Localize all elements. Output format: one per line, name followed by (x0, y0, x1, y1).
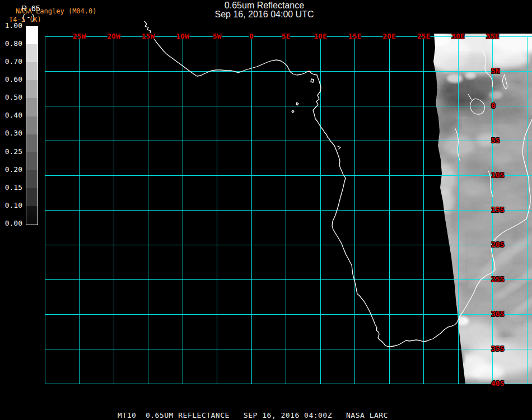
map-canvas (0, 0, 532, 420)
colorbar: 1.00 0.80 0.70 0.60 0.50 0.40 0.30 0.25 … (0, 21, 39, 228)
colorbar-tick-label: 0.25 (0, 147, 22, 156)
secondary-product-label: T4-5 (K) (9, 16, 41, 24)
lon-label: 10E (314, 32, 326, 40)
lon-label: 15E (348, 32, 361, 40)
lat-label: 10S (491, 171, 504, 179)
satellite-quicklook-screen: 0.65um Reflectance Sep 16, 2016 04:00 UT… (0, 0, 532, 420)
colorbar-tick-label: 0.60 (0, 75, 22, 83)
lat-label: 5N (491, 67, 500, 75)
lat-label: 25S (491, 275, 504, 283)
colorbar-tick-label: 0.10 (0, 201, 22, 209)
colorbar-tick-label: 0.80 (0, 39, 22, 48)
lat-label: 35S (491, 344, 504, 353)
lat-label: 20S (491, 240, 504, 249)
page-subtitle: Sep 16, 2016 04:00 UTC (214, 10, 314, 19)
satellite-imagery (426, 28, 532, 387)
lon-label: 15W (142, 32, 155, 40)
colorbar-tick-label: 0.40 (0, 111, 22, 119)
lon-label: 5E (282, 32, 291, 40)
lon-label: 20W (107, 32, 120, 40)
lon-label: 0 (249, 32, 254, 40)
lon-label: 25E (417, 32, 430, 40)
page-title: 0.65um Reflectance (214, 1, 314, 10)
colorbar-tick-label: 0.15 (0, 183, 22, 192)
lat-label: 15S (491, 206, 504, 214)
nasa-langley-version-label: NASA Langley (M04.0) (16, 8, 97, 15)
lon-label: 5W (213, 32, 222, 40)
colorbar-gradient (26, 26, 38, 225)
lon-label: 35E (486, 32, 499, 40)
footer-caption: MT10 0.65UM REFLECTANCE SEP 16, 2016 04:… (118, 411, 388, 419)
lon-label: 30E (451, 32, 464, 40)
colorbar-tick-label: 0.70 (0, 57, 22, 66)
lon-label: 25W (73, 32, 86, 40)
colorbar-tick-label: 0.30 (0, 129, 22, 137)
title-block: 0.65um Reflectance Sep 16, 2016 04:00 UT… (214, 1, 314, 19)
lat-label: 30S (491, 310, 504, 318)
lon-label: 10W (176, 32, 189, 40)
lat-label: 0 (491, 101, 496, 110)
lon-label: 20E (382, 32, 395, 40)
lat-label: 5S (491, 136, 500, 144)
lat-label: 40S (491, 379, 504, 388)
colorbar-tick-label: 0.00 (0, 219, 22, 227)
colorbar-tick-label: 0.50 (0, 93, 22, 101)
colorbar-tick-label: 0.20 (0, 165, 22, 174)
